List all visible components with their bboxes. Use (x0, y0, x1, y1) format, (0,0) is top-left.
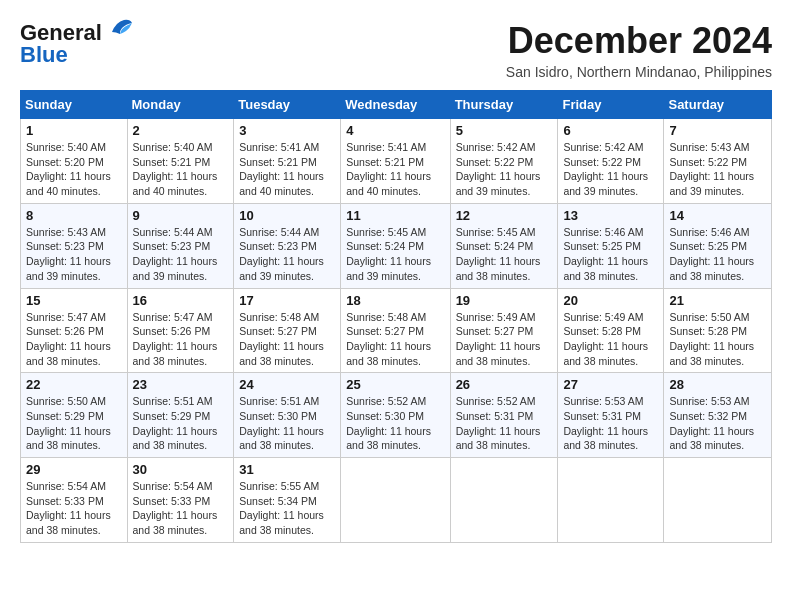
calendar-cell: 5Sunrise: 5:42 AM Sunset: 5:22 PM Daylig… (450, 119, 558, 204)
calendar-cell (450, 458, 558, 543)
day-info: Sunrise: 5:47 AM Sunset: 5:26 PM Dayligh… (26, 310, 122, 369)
location: San Isidro, Northern Mindanao, Philippin… (506, 64, 772, 80)
title-block: December 2024 San Isidro, Northern Minda… (506, 20, 772, 80)
logo-blue: Blue (20, 42, 68, 68)
day-info: Sunrise: 5:48 AM Sunset: 5:27 PM Dayligh… (239, 310, 335, 369)
day-number: 31 (239, 462, 335, 477)
calendar-cell: 24Sunrise: 5:51 AM Sunset: 5:30 PM Dayli… (234, 373, 341, 458)
day-info: Sunrise: 5:42 AM Sunset: 5:22 PM Dayligh… (563, 140, 658, 199)
calendar-cell: 4Sunrise: 5:41 AM Sunset: 5:21 PM Daylig… (341, 119, 450, 204)
page-header: General Blue December 2024 San Isidro, N… (20, 20, 772, 80)
day-number: 9 (133, 208, 229, 223)
calendar-body: 1Sunrise: 5:40 AM Sunset: 5:20 PM Daylig… (21, 119, 772, 543)
day-number: 22 (26, 377, 122, 392)
calendar-cell: 28Sunrise: 5:53 AM Sunset: 5:32 PM Dayli… (664, 373, 772, 458)
calendar-cell: 8Sunrise: 5:43 AM Sunset: 5:23 PM Daylig… (21, 203, 128, 288)
calendar-cell: 13Sunrise: 5:46 AM Sunset: 5:25 PM Dayli… (558, 203, 664, 288)
day-number: 23 (133, 377, 229, 392)
day-number: 4 (346, 123, 444, 138)
calendar-cell: 14Sunrise: 5:46 AM Sunset: 5:25 PM Dayli… (664, 203, 772, 288)
logo-bird-icon (106, 18, 134, 40)
day-number: 19 (456, 293, 553, 308)
calendar-cell: 22Sunrise: 5:50 AM Sunset: 5:29 PM Dayli… (21, 373, 128, 458)
calendar-week-2: 8Sunrise: 5:43 AM Sunset: 5:23 PM Daylig… (21, 203, 772, 288)
day-info: Sunrise: 5:42 AM Sunset: 5:22 PM Dayligh… (456, 140, 553, 199)
calendar-cell: 9Sunrise: 5:44 AM Sunset: 5:23 PM Daylig… (127, 203, 234, 288)
calendar-cell: 25Sunrise: 5:52 AM Sunset: 5:30 PM Dayli… (341, 373, 450, 458)
calendar-cell: 2Sunrise: 5:40 AM Sunset: 5:21 PM Daylig… (127, 119, 234, 204)
month-title: December 2024 (506, 20, 772, 62)
calendar-cell: 11Sunrise: 5:45 AM Sunset: 5:24 PM Dayli… (341, 203, 450, 288)
day-number: 16 (133, 293, 229, 308)
calendar-cell: 31Sunrise: 5:55 AM Sunset: 5:34 PM Dayli… (234, 458, 341, 543)
calendar-cell (341, 458, 450, 543)
calendar-cell (558, 458, 664, 543)
day-number: 3 (239, 123, 335, 138)
day-number: 14 (669, 208, 766, 223)
day-number: 18 (346, 293, 444, 308)
day-number: 10 (239, 208, 335, 223)
day-number: 7 (669, 123, 766, 138)
calendar-cell: 21Sunrise: 5:50 AM Sunset: 5:28 PM Dayli… (664, 288, 772, 373)
day-number: 20 (563, 293, 658, 308)
weekday-friday: Friday (558, 91, 664, 119)
weekday-monday: Monday (127, 91, 234, 119)
day-info: Sunrise: 5:53 AM Sunset: 5:32 PM Dayligh… (669, 394, 766, 453)
calendar-week-4: 22Sunrise: 5:50 AM Sunset: 5:29 PM Dayli… (21, 373, 772, 458)
day-info: Sunrise: 5:50 AM Sunset: 5:28 PM Dayligh… (669, 310, 766, 369)
calendar-cell: 15Sunrise: 5:47 AM Sunset: 5:26 PM Dayli… (21, 288, 128, 373)
day-number: 28 (669, 377, 766, 392)
calendar-cell: 23Sunrise: 5:51 AM Sunset: 5:29 PM Dayli… (127, 373, 234, 458)
calendar-cell: 26Sunrise: 5:52 AM Sunset: 5:31 PM Dayli… (450, 373, 558, 458)
weekday-header-row: SundayMondayTuesdayWednesdayThursdayFrid… (21, 91, 772, 119)
day-number: 17 (239, 293, 335, 308)
calendar-cell: 27Sunrise: 5:53 AM Sunset: 5:31 PM Dayli… (558, 373, 664, 458)
day-number: 27 (563, 377, 658, 392)
day-number: 11 (346, 208, 444, 223)
calendar-cell: 1Sunrise: 5:40 AM Sunset: 5:20 PM Daylig… (21, 119, 128, 204)
calendar-cell: 16Sunrise: 5:47 AM Sunset: 5:26 PM Dayli… (127, 288, 234, 373)
day-number: 1 (26, 123, 122, 138)
weekday-sunday: Sunday (21, 91, 128, 119)
calendar-week-5: 29Sunrise: 5:54 AM Sunset: 5:33 PM Dayli… (21, 458, 772, 543)
calendar-cell: 29Sunrise: 5:54 AM Sunset: 5:33 PM Dayli… (21, 458, 128, 543)
day-info: Sunrise: 5:44 AM Sunset: 5:23 PM Dayligh… (239, 225, 335, 284)
day-number: 29 (26, 462, 122, 477)
day-info: Sunrise: 5:46 AM Sunset: 5:25 PM Dayligh… (669, 225, 766, 284)
day-number: 15 (26, 293, 122, 308)
day-info: Sunrise: 5:48 AM Sunset: 5:27 PM Dayligh… (346, 310, 444, 369)
day-info: Sunrise: 5:44 AM Sunset: 5:23 PM Dayligh… (133, 225, 229, 284)
calendar-cell: 7Sunrise: 5:43 AM Sunset: 5:22 PM Daylig… (664, 119, 772, 204)
day-number: 6 (563, 123, 658, 138)
calendar-cell: 17Sunrise: 5:48 AM Sunset: 5:27 PM Dayli… (234, 288, 341, 373)
calendar-week-3: 15Sunrise: 5:47 AM Sunset: 5:26 PM Dayli… (21, 288, 772, 373)
day-info: Sunrise: 5:54 AM Sunset: 5:33 PM Dayligh… (26, 479, 122, 538)
day-info: Sunrise: 5:55 AM Sunset: 5:34 PM Dayligh… (239, 479, 335, 538)
day-info: Sunrise: 5:40 AM Sunset: 5:20 PM Dayligh… (26, 140, 122, 199)
logo: General Blue (20, 20, 134, 68)
day-number: 5 (456, 123, 553, 138)
day-number: 12 (456, 208, 553, 223)
calendar-cell: 3Sunrise: 5:41 AM Sunset: 5:21 PM Daylig… (234, 119, 341, 204)
calendar-table: SundayMondayTuesdayWednesdayThursdayFrid… (20, 90, 772, 543)
day-info: Sunrise: 5:47 AM Sunset: 5:26 PM Dayligh… (133, 310, 229, 369)
weekday-tuesday: Tuesday (234, 91, 341, 119)
day-info: Sunrise: 5:52 AM Sunset: 5:30 PM Dayligh… (346, 394, 444, 453)
day-info: Sunrise: 5:41 AM Sunset: 5:21 PM Dayligh… (239, 140, 335, 199)
day-number: 26 (456, 377, 553, 392)
calendar-cell: 30Sunrise: 5:54 AM Sunset: 5:33 PM Dayli… (127, 458, 234, 543)
day-info: Sunrise: 5:54 AM Sunset: 5:33 PM Dayligh… (133, 479, 229, 538)
calendar-cell: 10Sunrise: 5:44 AM Sunset: 5:23 PM Dayli… (234, 203, 341, 288)
day-info: Sunrise: 5:52 AM Sunset: 5:31 PM Dayligh… (456, 394, 553, 453)
weekday-wednesday: Wednesday (341, 91, 450, 119)
weekday-saturday: Saturday (664, 91, 772, 119)
day-info: Sunrise: 5:50 AM Sunset: 5:29 PM Dayligh… (26, 394, 122, 453)
day-info: Sunrise: 5:49 AM Sunset: 5:27 PM Dayligh… (456, 310, 553, 369)
day-number: 30 (133, 462, 229, 477)
day-info: Sunrise: 5:40 AM Sunset: 5:21 PM Dayligh… (133, 140, 229, 199)
day-info: Sunrise: 5:41 AM Sunset: 5:21 PM Dayligh… (346, 140, 444, 199)
day-number: 24 (239, 377, 335, 392)
day-number: 2 (133, 123, 229, 138)
day-number: 8 (26, 208, 122, 223)
calendar-week-1: 1Sunrise: 5:40 AM Sunset: 5:20 PM Daylig… (21, 119, 772, 204)
